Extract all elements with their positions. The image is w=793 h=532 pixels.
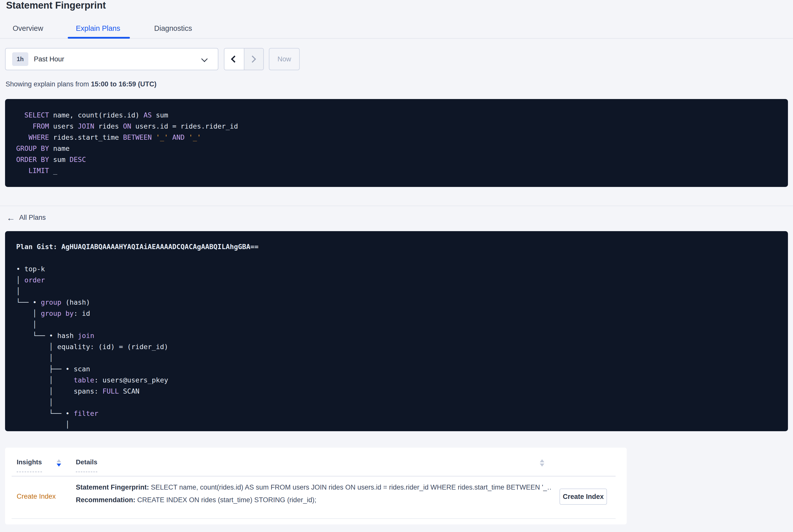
column-header-details[interactable]: Details [76, 458, 97, 472]
recommendation-line: Recommendation: CREATE INDEX ON rides (s… [76, 495, 551, 505]
showing-range-value: 15:00 to 16:59 (UTC) [91, 80, 157, 88]
sort-arrow-down-icon [57, 463, 61, 467]
tab-overview[interactable]: Overview [13, 24, 43, 33]
statement-fingerprint-line: Statement Fingerprint: SELECT name, coun… [76, 482, 551, 493]
sql-statement-block: SELECT name, count(rides.id) AS sum FROM… [5, 99, 788, 187]
statement-fingerprint-text: SELECT name, count(rides.id) AS sum FROM… [151, 483, 551, 491]
chevron-left-icon [231, 56, 238, 63]
time-range-label: Past Hour [34, 55, 64, 63]
column-header-insights-label: Insights [17, 458, 42, 472]
tab-diagnostics[interactable]: Diagnostics [154, 24, 192, 33]
column-header-details-label: Details [76, 458, 97, 472]
back-arrow-icon: ← [6, 214, 15, 222]
plan-gist-line: Plan Gist: AgHUAQIABQAAAAHYAQIAiAEAAAADC… [16, 241, 777, 252]
recommendation-label: Recommendation: [76, 496, 135, 504]
time-step-button-group [224, 48, 264, 70]
sort-icon-details[interactable] [540, 459, 544, 467]
now-button[interactable]: Now [269, 48, 300, 70]
recommendation-text: CREATE INDEX ON rides (start_time) STORI… [137, 496, 316, 504]
showing-range-prefix: Showing explain plans from [5, 80, 91, 88]
insights-table-card: Insights Details Create Index Statement … [5, 448, 627, 525]
time-range-badge: 1h [12, 52, 28, 66]
sort-arrow-up-icon [57, 459, 61, 462]
section-divider [0, 206, 793, 206]
table-row-border [12, 518, 616, 519]
plan-tree: • top-k│ order│└── • group (hash) │ grou… [16, 264, 777, 430]
previous-time-button[interactable] [224, 49, 244, 70]
column-header-insights[interactable]: Insights [17, 458, 42, 472]
all-plans-label: All Plans [19, 214, 46, 222]
all-plans-link[interactable]: ← All Plans [6, 214, 46, 222]
page-title: Statement Fingerprint [6, 0, 106, 11]
chevron-down-icon [201, 56, 207, 62]
tab-explain-plans[interactable]: Explain Plans [76, 24, 120, 33]
next-time-button[interactable] [244, 49, 263, 70]
row-details: Statement Fingerprint: SELECT name, coun… [76, 482, 551, 505]
showing-range-text: Showing explain plans from 15:00 to 16:5… [5, 80, 156, 88]
sort-icon-insights[interactable] [57, 459, 61, 467]
active-tab-indicator [68, 37, 130, 39]
plan-gist-value: AgHUAQIABQAAAAHYAQIAiAEAAAADCQACAgAABQIL… [61, 243, 259, 251]
chevron-right-icon [249, 56, 256, 63]
create-index-button[interactable]: Create Index [560, 489, 607, 505]
sort-arrow-up-icon [540, 459, 544, 462]
time-range-dropdown[interactable]: 1h Past Hour [5, 48, 218, 70]
create-index-link[interactable]: Create Index [17, 493, 56, 500]
plan-gist-block: Plan Gist: AgHUAQIABQAAAAHYAQIAiAEAAAADC… [5, 231, 788, 431]
statement-fingerprint-label: Statement Fingerprint: [76, 483, 149, 491]
statement-fingerprint-page: Statement Fingerprint Overview Explain P… [0, 0, 793, 532]
table-header-border [12, 476, 616, 476]
spacer [16, 252, 777, 264]
plan-gist-label: Plan Gist: [16, 243, 61, 251]
sort-arrow-down-icon [540, 463, 544, 467]
